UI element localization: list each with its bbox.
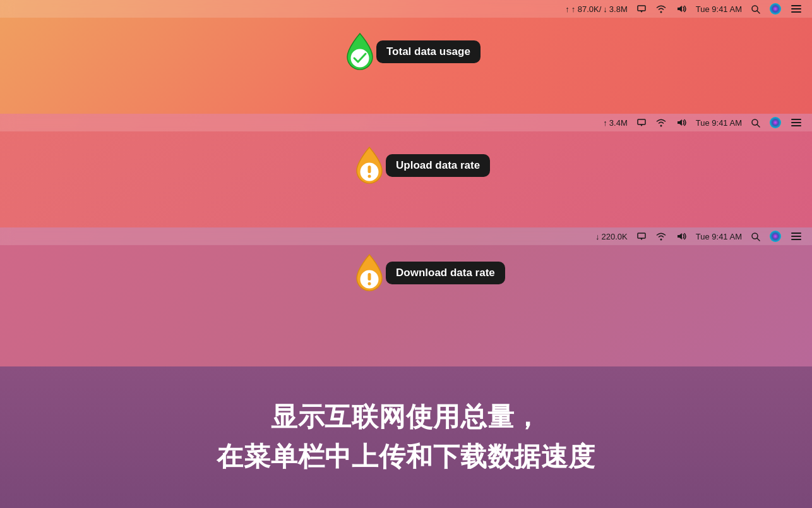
search-icon-3[interactable] bbox=[751, 232, 760, 241]
svg-point-12 bbox=[770, 117, 781, 128]
svg-point-30 bbox=[368, 282, 371, 286]
bottom-description: 显示互联网使用总量， 在菜单栏中上传和下载数据速度 bbox=[0, 366, 812, 508]
time-display: Tue 9:41 AM bbox=[696, 4, 742, 14]
menubar-3: ↓ 220.0K Tue 9:41 AM bbox=[0, 227, 812, 245]
panel-download-rate: ↓ 220.0K Tue 9:41 AM bbox=[0, 227, 812, 366]
wifi-icon-3 bbox=[655, 232, 667, 241]
airplay-icon-3 bbox=[636, 232, 647, 241]
tooltip-download-rate: Download data rate bbox=[350, 251, 505, 294]
search-icon[interactable] bbox=[751, 4, 760, 14]
time-text: Tue 9:41 AM bbox=[696, 4, 742, 14]
wifi-icon bbox=[655, 4, 667, 13]
menu-icon[interactable] bbox=[791, 4, 802, 13]
time-text-2: Tue 9:41 AM bbox=[696, 118, 742, 128]
tooltip-total-usage: Total data usage bbox=[341, 30, 481, 73]
bottom-line1: 显示互联网使用总量， bbox=[271, 400, 541, 435]
menubar-2: ↑ 3.4M Tue 9:41 AM bbox=[0, 114, 812, 131]
volume-icon bbox=[676, 4, 687, 13]
download-icon: ↓ bbox=[603, 4, 607, 14]
svg-rect-29 bbox=[368, 273, 371, 281]
airplay-icon bbox=[636, 4, 647, 13]
wifi-icon-2 bbox=[655, 118, 667, 127]
tooltip-bubble-upload: Upload data rate bbox=[386, 154, 490, 177]
menu-icon-3[interactable] bbox=[791, 232, 802, 241]
svg-rect-20 bbox=[638, 233, 645, 238]
menubar-upload-download: ↑ ↑ 87.0K/ ↓ 3.8M bbox=[565, 4, 628, 14]
upload-rate-value: 3.4M bbox=[609, 118, 628, 128]
siri-icon[interactable] bbox=[769, 3, 782, 15]
svg-point-23 bbox=[770, 231, 781, 242]
tooltip-bubble-total: Total data usage bbox=[376, 40, 481, 63]
svg-rect-18 bbox=[368, 166, 371, 173]
upload-arrow: ↑ bbox=[603, 118, 607, 128]
upload-icon: ↑ bbox=[565, 4, 570, 14]
upload-value: ↑ 87.0K/ bbox=[571, 4, 602, 14]
svg-rect-0 bbox=[638, 6, 645, 11]
time-text-3: Tue 9:41 AM bbox=[696, 232, 742, 241]
svg-line-22 bbox=[757, 238, 760, 241]
menubar-upload-only: ↑ 3.4M bbox=[603, 118, 627, 128]
airplay-icon-2 bbox=[636, 118, 647, 127]
panel-upload-rate: ↑ 3.4M Tue 9:41 AM bbox=[0, 114, 812, 227]
search-icon-2[interactable] bbox=[751, 118, 760, 128]
svg-point-3 bbox=[770, 3, 781, 15]
download-arrow: ↓ bbox=[595, 232, 600, 241]
menubar-download-only: ↓ 220.0K bbox=[595, 232, 628, 241]
svg-rect-9 bbox=[638, 119, 645, 124]
siri-icon-2[interactable] bbox=[769, 116, 782, 129]
bottom-line2: 在菜单栏中上传和下载数据速度 bbox=[217, 440, 595, 475]
menu-icon-2[interactable] bbox=[791, 118, 802, 127]
svg-point-19 bbox=[368, 175, 371, 178]
volume-icon-2 bbox=[676, 118, 687, 127]
svg-line-11 bbox=[757, 124, 760, 127]
time-display-3: Tue 9:41 AM bbox=[696, 232, 742, 241]
tooltip-bubble-download: Download data rate bbox=[386, 262, 505, 284]
time-display-2: Tue 9:41 AM bbox=[696, 118, 742, 128]
volume-icon-3 bbox=[676, 232, 687, 241]
tooltip-upload-rate: Upload data rate bbox=[350, 144, 490, 187]
svg-line-2 bbox=[757, 11, 760, 13]
download-value: 3.8M bbox=[609, 4, 628, 14]
download-rate-value: 220.0K bbox=[602, 232, 628, 241]
panel-total-usage: ↑ ↑ 87.0K/ ↓ 3.8M Tue 9:41 AM bbox=[0, 0, 812, 114]
siri-icon-3[interactable] bbox=[769, 230, 782, 243]
menubar-1: ↑ ↑ 87.0K/ ↓ 3.8M Tue 9:41 AM bbox=[0, 0, 812, 18]
